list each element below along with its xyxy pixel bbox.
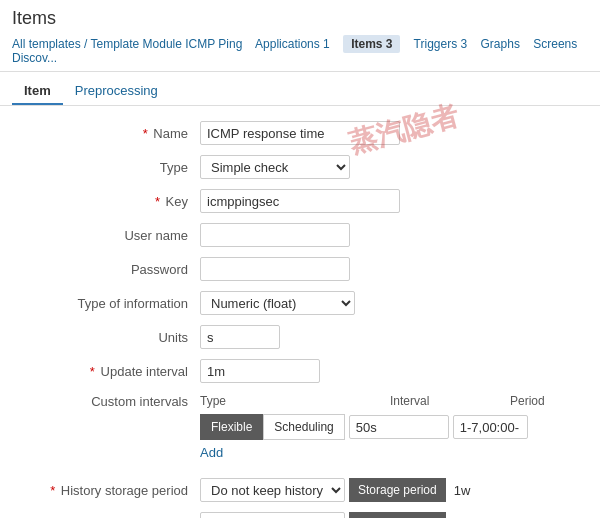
breadcrumb-sep1: /	[84, 37, 87, 51]
custom-intervals-label: Custom intervals	[0, 394, 200, 409]
interval-input[interactable]	[349, 415, 449, 439]
breadcrumb-graphs[interactable]: Graphs	[481, 37, 520, 51]
password-label: Password	[0, 262, 200, 277]
form-row-password: Password	[0, 252, 600, 286]
update-interval-label: * Update interval	[0, 364, 200, 379]
username-label: User name	[0, 228, 200, 243]
subtab-preprocessing[interactable]: Preprocessing	[63, 78, 170, 105]
add-link-row: Add	[200, 445, 545, 460]
history-select[interactable]: Do not keep history Storage period	[200, 478, 345, 502]
update-interval-input[interactable]	[200, 359, 320, 383]
subtabs-row: Item Preprocessing	[0, 72, 600, 106]
breadcrumb: All templates / Template Module ICMP Pin…	[0, 33, 600, 72]
form-row-username: User name	[0, 218, 600, 252]
form-row-units: Units	[0, 320, 600, 354]
breadcrumb-screens[interactable]: Screens	[533, 37, 577, 51]
breadcrumb-discovery[interactable]: Discov...	[12, 51, 57, 65]
units-label: Units	[0, 330, 200, 345]
custom-intervals-wrap: Type Interval Period Flexible Scheduling…	[200, 394, 545, 460]
breadcrumb-template-module[interactable]: Template Module ICMP Ping	[91, 37, 243, 51]
subtab-item[interactable]: Item	[12, 78, 63, 105]
history-storage-button[interactable]: Storage period	[349, 478, 446, 502]
breadcrumb-all-templates[interactable]: All templates	[12, 37, 81, 51]
key-input[interactable]	[200, 189, 400, 213]
form-row-custom-intervals: Custom intervals Type Interval Period Fl…	[0, 388, 600, 465]
password-input[interactable]	[200, 257, 350, 281]
flexible-button[interactable]: Flexible	[200, 414, 263, 440]
history-value: 1w	[454, 483, 471, 498]
form-row-name: * Name 蒸汽隐者	[0, 116, 600, 150]
breadcrumb-applications[interactable]: Applications 1	[255, 37, 330, 51]
page-title: Items	[0, 0, 600, 33]
breadcrumb-items: Items 3	[343, 35, 400, 53]
type-label: Type	[0, 160, 200, 175]
col-type-label: Type	[200, 394, 300, 408]
username-input[interactable]	[200, 223, 350, 247]
trend-storage-button[interactable]: Storage period	[349, 512, 446, 518]
history-storage-row: Do not keep history Storage period Stora…	[200, 478, 470, 502]
name-input[interactable]	[200, 121, 400, 145]
intervals-header: Type Interval Period	[200, 394, 545, 408]
type-of-info-select[interactable]: Numeric (float) Numeric (unsigned) Chara…	[200, 291, 355, 315]
trend-select[interactable]: Do not keep trends Storage period	[200, 512, 345, 518]
name-field-container: 蒸汽隐者	[200, 121, 400, 145]
form-row-type: Type Simple check Zabbix agent SNMP	[0, 150, 600, 184]
history-label: * History storage period	[0, 483, 200, 498]
scheduling-button[interactable]: Scheduling	[263, 414, 344, 440]
breadcrumb-triggers[interactable]: Triggers 3	[414, 37, 468, 51]
col-period-label: Period	[510, 394, 545, 408]
form-row-key: * Key	[0, 184, 600, 218]
form-row-update-interval: * Update interval	[0, 354, 600, 388]
form-row-trend: * Trend storage period Do not keep trend…	[0, 507, 600, 518]
form-area: * Name 蒸汽隐者 Type Simple check Zabbix age…	[0, 106, 600, 518]
col-interval-label: Interval	[390, 394, 510, 408]
name-label: * Name	[0, 126, 200, 141]
trend-storage-row: Do not keep trends Storage period Storag…	[200, 512, 483, 518]
form-row-history: * History storage period Do not keep his…	[0, 473, 600, 507]
name-required-star: *	[143, 126, 148, 141]
add-link[interactable]: Add	[200, 443, 223, 462]
form-row-type-of-info: Type of information Numeric (float) Nume…	[0, 286, 600, 320]
flexible-scheduling-group: Flexible Scheduling	[200, 414, 345, 440]
intervals-controls-row: Flexible Scheduling	[200, 414, 545, 440]
period-input[interactable]	[453, 415, 528, 439]
key-label: * Key	[0, 194, 200, 209]
type-of-info-label: Type of information	[0, 296, 200, 311]
units-input[interactable]	[200, 325, 280, 349]
type-select[interactable]: Simple check Zabbix agent SNMP	[200, 155, 350, 179]
